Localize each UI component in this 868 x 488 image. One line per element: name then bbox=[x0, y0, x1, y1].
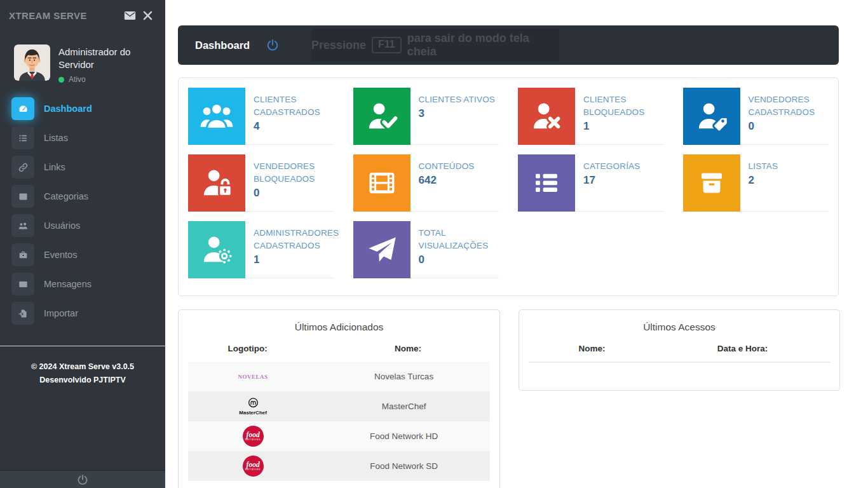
fullscreen-notice: Pressione F11 para sair do modo tela che… bbox=[311, 29, 559, 62]
name-cell: Food Network HD bbox=[318, 431, 490, 441]
users-icon bbox=[11, 214, 34, 237]
footer-version: © 2024 Xtream Serve v3.0.5 bbox=[0, 360, 165, 374]
table-row: NOVELASNovelas Turcas bbox=[188, 362, 490, 391]
user-status: Ativo bbox=[58, 75, 141, 84]
stat-card-administradores-cadastrados[interactable]: ADMINISTRADORES CADASTRADOS1 bbox=[188, 221, 334, 278]
latest-added-rows: NOVELASNovelas TurcasMasterChefMasterChe… bbox=[188, 362, 490, 481]
sidebar-item-categorias[interactable]: Categorias bbox=[0, 182, 165, 211]
sidebar-item-label: Mensagens bbox=[44, 279, 92, 289]
food-network-logo: foodnetwork bbox=[243, 456, 264, 477]
stat-label: CLIENTES ATIVOS bbox=[419, 93, 496, 106]
user-lock-icon bbox=[188, 154, 245, 212]
stat-value: 3 bbox=[419, 107, 496, 120]
fullscreen-suffix: para sair do modo tela cheia bbox=[407, 32, 559, 58]
briefcase-icon bbox=[11, 243, 34, 266]
sidebar-menu: DashboardListasLinksCategoriasUsuáriosEv… bbox=[0, 94, 165, 328]
stat-card-total-visualizacoes[interactable]: TOTAL VISUALIZAÇÕES0 bbox=[353, 221, 499, 278]
sidebar-header: XTREAM SERVE bbox=[0, 0, 165, 30]
user-x-icon bbox=[518, 88, 575, 145]
messages-envelope-icon[interactable] bbox=[121, 8, 139, 23]
logo-cell: foodnetwork bbox=[188, 426, 318, 447]
sidebar-item-label: Eventos bbox=[44, 250, 77, 260]
list-icon bbox=[11, 126, 34, 149]
sidebar-item-dashboard[interactable]: Dashboard bbox=[0, 94, 165, 123]
user-tag-icon bbox=[683, 88, 740, 145]
sidebar-item-usuarios[interactable]: Usuários bbox=[0, 211, 165, 240]
table-row: foodnetworkFood Network SD bbox=[188, 451, 490, 481]
stat-card-clientes-cadastrados[interactable]: CLIENTES CADASTRADOS4 bbox=[188, 88, 334, 145]
sidebar-item-importar[interactable]: Importar bbox=[0, 299, 165, 328]
status-label: Ativo bbox=[69, 75, 86, 84]
stat-label: CLIENTES CADASTRADOS bbox=[254, 93, 334, 119]
sidebar-power-button[interactable] bbox=[0, 470, 165, 488]
stat-card-clientes-bloqueados[interactable]: CLIENTES BLOQUEADOS1 bbox=[518, 88, 664, 145]
stats-panel: CLIENTES CADASTRADOS4CLIENTES ATIVOS3CLI… bbox=[178, 78, 839, 296]
food-network-logo: foodnetwork bbox=[243, 426, 264, 447]
status-dot-icon bbox=[58, 77, 64, 83]
sidebar-item-links[interactable]: Links bbox=[0, 152, 165, 182]
stat-label: TOTAL VISUALIZAÇÕES bbox=[419, 227, 499, 252]
sidebar-item-label: Dashboard bbox=[44, 104, 92, 114]
name-cell: Food Network SD bbox=[318, 461, 490, 471]
stat-label: CONTEÚDOS bbox=[419, 160, 475, 173]
main-content: Dashboard Pressione F11 para sair do mod… bbox=[165, 0, 868, 488]
topbar: Dashboard Pressione F11 para sair do mod… bbox=[178, 25, 839, 65]
stat-value: 2 bbox=[749, 174, 778, 187]
latest-access-panel: Últimos Acessos Nome: Data e Hora: bbox=[519, 309, 840, 391]
gauge-icon bbox=[11, 97, 34, 120]
avatar bbox=[14, 44, 50, 81]
power-icon bbox=[266, 38, 280, 52]
table-icon bbox=[11, 185, 34, 208]
link-icon bbox=[11, 156, 34, 179]
column-header-logotipo: Logotipo: bbox=[179, 344, 316, 353]
table-row: foodnetworkFood Network HD bbox=[188, 421, 490, 451]
stat-card-vendedores-bloqueados[interactable]: VENDEDORES BLOQUEADOS0 bbox=[188, 154, 334, 212]
novelas-logo: NOVELAS bbox=[238, 374, 268, 380]
latest-added-panel: Últimos Adicionados Logotipo: Nome: NOVE… bbox=[178, 309, 500, 488]
sidebar-item-mensagens[interactable]: Mensagens bbox=[0, 269, 165, 299]
sidebar-item-label: Categorias bbox=[44, 191, 88, 201]
stat-label: CATEGORÍAS bbox=[583, 160, 641, 173]
user-name: Administrador do Servidor bbox=[58, 46, 141, 71]
box-icon bbox=[683, 154, 740, 212]
stat-value: 1 bbox=[583, 120, 664, 133]
latest-access-header: Nome: Data e Hora: bbox=[529, 341, 830, 363]
stat-label: ADMINISTRADORES CADASTRADOS bbox=[254, 227, 339, 252]
column-header-nome: Nome: bbox=[316, 344, 499, 353]
stat-label: VENDEDORES BLOQUEADOS bbox=[254, 160, 334, 186]
stat-card-categorias[interactable]: CATEGORÍAS17 bbox=[518, 154, 664, 212]
list-icon bbox=[518, 154, 575, 212]
sidebar-footer: © 2024 Xtream Serve v3.0.5 Desenvolvido … bbox=[0, 360, 165, 387]
sidebar-item-listas[interactable]: Listas bbox=[0, 123, 165, 152]
stat-label: LISTAS bbox=[749, 160, 778, 173]
stat-value: 0 bbox=[254, 187, 334, 200]
logo-cell: MasterChef bbox=[188, 397, 318, 416]
stat-card-conteudos[interactable]: CONTEÚDOS642 bbox=[353, 154, 499, 212]
sidebar-item-eventos[interactable]: Eventos bbox=[0, 240, 165, 269]
sidebar: XTREAM SERVE bbox=[0, 0, 165, 488]
stat-label: VENDEDORES CADASTRADOS bbox=[749, 93, 829, 119]
user-check-icon bbox=[353, 88, 410, 145]
stat-value: 4 bbox=[254, 120, 334, 133]
sidebar-item-label: Links bbox=[44, 162, 65, 172]
stat-value: 0 bbox=[419, 254, 499, 266]
user-profile: Administrador do Servidor Ativo bbox=[0, 30, 165, 84]
stat-card-clientes-ativos[interactable]: CLIENTES ATIVOS3 bbox=[353, 88, 499, 145]
logo-cell: foodnetwork bbox=[188, 456, 318, 477]
stat-value: 17 bbox=[583, 174, 641, 187]
stat-value: 0 bbox=[749, 120, 829, 133]
stat-card-vendedores-cadastrados[interactable]: VENDEDORES CADASTRADOS0 bbox=[683, 88, 829, 145]
stat-label: CLIENTES BLOQUEADOS bbox=[583, 93, 664, 119]
users-icon bbox=[188, 88, 245, 145]
name-cell: Novelas Turcas bbox=[318, 372, 490, 381]
latest-added-title: Últimos Adicionados bbox=[179, 310, 499, 341]
page-title: Dashboard bbox=[195, 39, 250, 51]
envelope-icon bbox=[11, 273, 34, 295]
column-header-data-hora: Data e Hora: bbox=[655, 344, 830, 353]
stat-card-listas[interactable]: LISTAS2 bbox=[683, 154, 829, 212]
film-icon bbox=[353, 154, 410, 212]
logout-power-button[interactable] bbox=[266, 38, 280, 52]
close-icon[interactable] bbox=[139, 8, 156, 23]
stat-value: 642 bbox=[419, 174, 475, 187]
masterchef-logo: MasterChef bbox=[239, 397, 267, 416]
